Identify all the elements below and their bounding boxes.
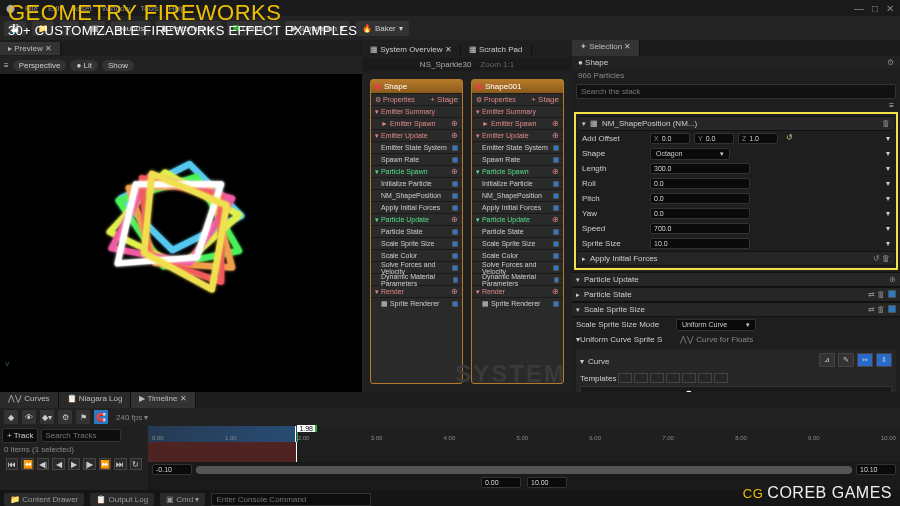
range-start-field[interactable]: -0.10 xyxy=(152,464,192,475)
window-close-icon[interactable]: ✕ xyxy=(886,3,894,14)
tab-selection[interactable]: ✦ Selection ✕ xyxy=(572,40,640,56)
end-time-field[interactable]: 10.00 xyxy=(527,477,567,488)
cmd-button[interactable]: ▣ Cmd ▾ xyxy=(160,493,205,506)
transport-prev-frame[interactable]: ◀| xyxy=(37,458,49,470)
overlay-title: GEOMETRY FIREWORKS xyxy=(8,2,357,24)
curve-template[interactable] xyxy=(650,373,664,383)
transport-loop[interactable]: ↻ xyxy=(130,458,142,470)
section-nm-shapeposition[interactable]: ▾ ▦ NM_ShapePosition (NM...)🗑 xyxy=(578,116,894,131)
shape-dropdown[interactable]: Octagon▾ xyxy=(650,148,730,160)
add-track-button[interactable]: + Track xyxy=(2,428,38,443)
viewport-toolbar: ≡ Perspective ● Lit Show xyxy=(0,56,362,74)
start-time-field[interactable]: 0.00 xyxy=(481,477,521,488)
transport-step-fwd[interactable]: ⏩ xyxy=(99,458,111,470)
range-end-field[interactable]: 10.10 xyxy=(856,464,896,475)
svg-text:V: V xyxy=(5,361,9,367)
add-offset-z-field[interactable]: Z1.0 xyxy=(738,133,778,144)
tab-system-overview[interactable]: ▦ System Overview ✕ xyxy=(362,43,461,56)
graph-watermark: SYSTEM xyxy=(455,360,566,388)
length-field[interactable]: 300.0 xyxy=(650,163,750,174)
highlighted-section: ▾ ▦ NM_ShapePosition (NM...)🗑 Add Offset… xyxy=(574,112,898,270)
stack-search-input[interactable] xyxy=(576,84,896,99)
console-input[interactable] xyxy=(211,493,371,506)
tl-view-icon[interactable]: 👁 xyxy=(22,410,36,424)
filter-icon[interactable]: ≡ xyxy=(889,101,894,110)
preview-viewport[interactable]: V xyxy=(0,74,362,392)
tab-preview[interactable]: ▸ Preview ✕ xyxy=(0,42,61,55)
curve-editor: ▾Curve ⊿ ✎ ⇔ ⇕ Templates xyxy=(576,349,896,392)
section-scale-sprite-size[interactable]: ▾ Scale Sprite Size⇄ 🗑 xyxy=(572,302,900,317)
viewport-options-icon[interactable]: ≡ xyxy=(4,61,9,70)
node-graph[interactable]: Shape ⚙ Properties+ Stage ▾ Emitter Summ… xyxy=(362,71,572,392)
output-log-button[interactable]: 📋 Output Log xyxy=(90,493,154,506)
branding: CGCOREB GAMES xyxy=(743,484,892,502)
transport-skip-end[interactable]: ⏭ xyxy=(114,458,126,470)
search-tracks-input[interactable] xyxy=(41,429,121,442)
emitter-node-shape[interactable]: Shape ⚙ Properties+ Stage ▾ Emitter Summ… xyxy=(370,79,463,384)
tl-snap-icon[interactable]: 🧲 xyxy=(94,410,108,424)
details-settings-icon[interactable]: ⚙ xyxy=(887,58,894,67)
curve-template[interactable] xyxy=(634,373,648,383)
baker-dropdown[interactable]: 🔥 Baker ▾ xyxy=(356,21,409,36)
tl-marker-icon[interactable]: ◆ xyxy=(4,410,18,424)
lit-dropdown[interactable]: ● Lit xyxy=(70,60,98,71)
tab-scratch-pad[interactable]: ▦ Scratch Pad xyxy=(461,43,532,56)
curve-template[interactable] xyxy=(714,373,728,383)
perspective-dropdown[interactable]: Perspective xyxy=(13,60,67,71)
transport-step-back[interactable]: ⏪ xyxy=(21,458,33,470)
transport-next-frame[interactable]: |▶ xyxy=(83,458,95,470)
scale-sprite-mode-dropdown[interactable]: Uniform Curve ▾ xyxy=(676,319,756,331)
content-drawer-button[interactable]: 📁 Content Drawer xyxy=(4,493,84,506)
curve-template[interactable] xyxy=(666,373,680,383)
curve-tool-fit-v[interactable]: ⇕ xyxy=(876,353,892,367)
tl-key-icon[interactable]: ◆▾ xyxy=(40,410,54,424)
selection-header: ● Shape xyxy=(578,58,608,67)
timeline-ruler-area[interactable]: 1.98 0.001.002.003.004.005.006.007.008.0… xyxy=(148,426,900,490)
curve-tool-fit-h[interactable]: ⇔ xyxy=(857,353,873,367)
overlay-subtitle: 30+ CUSTOMIZABLE FIREWORKS EFFECT EXAMPL… xyxy=(8,24,357,37)
tl-options-icon[interactable]: ⚙ xyxy=(58,410,72,424)
window-maximize-icon[interactable]: □ xyxy=(872,3,878,14)
reset-icon[interactable]: ↺ xyxy=(786,133,793,144)
section-apply-initial-forces[interactable]: ▸ Apply Initial Forces↺ 🗑 xyxy=(578,251,894,266)
curve-tool-linear[interactable]: ⊿ xyxy=(819,353,835,367)
transport-play[interactable]: ▶ xyxy=(68,458,80,470)
fps-dropdown[interactable]: 240 fps ▾ xyxy=(116,413,148,422)
track-selection-label: 0 items (1 selected) xyxy=(2,443,146,456)
section-particle-update[interactable]: ▾ Particle Update⊕ xyxy=(572,272,900,287)
particle-count: 966 Particles xyxy=(572,69,900,82)
tab-timeline[interactable]: ▶ Timeline ✕ xyxy=(131,392,195,408)
transport-skip-start[interactable]: ⏮ xyxy=(6,458,18,470)
pitch-field[interactable]: 0.0 xyxy=(650,193,750,204)
tl-flag-icon[interactable]: ⚑ xyxy=(76,410,90,424)
emitter-node-shape001[interactable]: Shape001 ⚙ Properties+ Stage ▾ Emitter S… xyxy=(471,79,564,384)
curve-template[interactable] xyxy=(682,373,696,383)
add-offset-x-field[interactable]: X0.0 xyxy=(650,133,690,144)
transport-reverse[interactable]: ◀ xyxy=(52,458,64,470)
roll-field[interactable]: 0.0 xyxy=(650,178,750,189)
curve-tool-edit[interactable]: ✎ xyxy=(838,353,854,367)
window-minimize-icon[interactable]: — xyxy=(854,3,864,14)
tab-curves[interactable]: ⋀⋁ Curves xyxy=(0,392,59,408)
svg-point-4 xyxy=(686,391,691,392)
system-name: NS_Sparkle30 xyxy=(420,60,472,69)
curve-template[interactable] xyxy=(698,373,712,383)
section-particle-state[interactable]: ▸ Particle State⇄ 🗑 xyxy=(572,287,900,302)
curve-graph[interactable] xyxy=(580,386,892,392)
curve-template[interactable] xyxy=(618,373,632,383)
yaw-field[interactable]: 0.0 xyxy=(650,208,750,219)
sprite-size-field[interactable]: 10.0 xyxy=(650,238,750,249)
show-dropdown[interactable]: Show xyxy=(102,60,134,71)
add-offset-y-field[interactable]: Y0.0 xyxy=(694,133,734,144)
speed-field[interactable]: 700.0 xyxy=(650,223,750,234)
tab-niagara-log[interactable]: 📋 Niagara Log xyxy=(59,392,132,408)
